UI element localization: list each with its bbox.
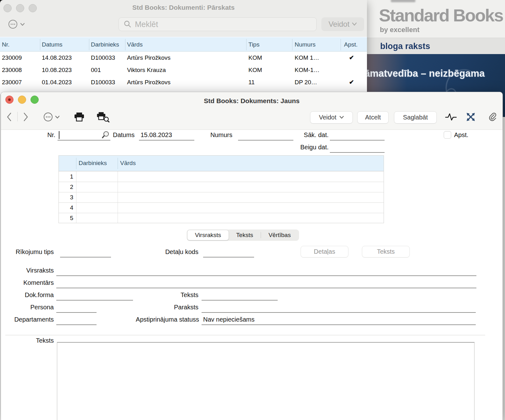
- virsraksts-label: Virsraksts: [1, 265, 54, 275]
- bottom-teksts-label: Teksts: [22, 335, 54, 345]
- forward-icon[interactable]: [22, 110, 29, 124]
- text-cursor: [59, 131, 59, 139]
- webpage-header: Standard Books by excellent: [367, 0, 505, 38]
- paraksts-label: Paraksts: [146, 302, 198, 312]
- column-header-vards[interactable]: Vārds: [127, 37, 143, 52]
- numurs-label: Numurs: [210, 130, 232, 140]
- window-dokumenti-parskats: Std Books: Dokumenti: Pārskats Meklēt Ve…: [0, 0, 367, 94]
- check-icon: [349, 64, 362, 76]
- column-header-apst[interactable]: Apst.: [344, 37, 358, 52]
- komentars-label: Komentārs: [1, 278, 54, 288]
- departaments-input[interactable]: [56, 314, 97, 325]
- tab-bar: Virsraksts Teksts Vērtības: [187, 229, 299, 241]
- bg-window-title: Std Books: Dokumenti: Pārskats: [0, 4, 367, 11]
- document-list: 230009 14.08.2023 D100033 Artūrs Pirožko…: [0, 52, 367, 94]
- column-header-nr[interactable]: Nr.: [2, 37, 9, 52]
- teksts-button[interactable]: Teksts: [362, 246, 410, 257]
- attachment-icon[interactable]: [488, 110, 497, 124]
- detalu-kods-input[interactable]: [203, 247, 254, 257]
- sak-dat-label: Sāk. dat.: [297, 130, 329, 140]
- grid-column-vards: Vārds: [120, 156, 136, 171]
- brand-tagline: by excellent: [380, 26, 419, 34]
- create-button-inactive[interactable]: Veidot: [321, 17, 364, 31]
- rikojumu-tips-input[interactable]: [60, 247, 111, 257]
- virsraksts-input[interactable]: [56, 265, 476, 276]
- apst-label: Apst.: [454, 130, 469, 140]
- grid-cell-vards[interactable]: [118, 171, 384, 223]
- cancel-button[interactable]: Atcelt: [357, 111, 389, 124]
- dok-forma-label: Dok.forma: [1, 290, 54, 300]
- tab-virsraksts[interactable]: Virsraksts: [187, 230, 229, 240]
- persona-input[interactable]: [56, 302, 97, 313]
- table-row[interactable]: 230009 14.08.2023 D100033 Artūrs Pirožko…: [0, 52, 367, 64]
- komentars-input[interactable]: [56, 278, 476, 288]
- column-header-datums[interactable]: Datums: [42, 37, 62, 52]
- numurs-input[interactable]: [238, 130, 293, 141]
- grid-row-number: 1: [59, 171, 76, 182]
- teksts-textarea[interactable]: [57, 342, 474, 420]
- dok-forma-input[interactable]: [56, 290, 133, 301]
- fg-window-title: Std Books: Dokuments: Jauns: [1, 97, 502, 105]
- sak-dat-input[interactable]: [330, 130, 385, 141]
- teksts-mid-label: Teksts: [146, 290, 198, 300]
- nav-item-bloga-raksts[interactable]: bloga raksts: [380, 41, 430, 51]
- column-header-numurs[interactable]: Numurs: [295, 37, 316, 52]
- detalu-kods-label: Detaļu kods: [146, 247, 198, 257]
- grid-row-number: 4: [59, 202, 76, 213]
- tab-vertibas[interactable]: Vērtības: [261, 230, 298, 240]
- activity-icon[interactable]: [445, 110, 457, 124]
- persona-label: Persona: [1, 302, 54, 312]
- bg-window-titlebar[interactable]: Std Books: Dokumenti: Pārskats: [0, 0, 367, 16]
- grid-cell-darbinieks[interactable]: [76, 171, 118, 223]
- apstiprinajuma-statuss-input[interactable]: Nav nepieciešams: [202, 314, 476, 325]
- datums-input[interactable]: 15.08.2023: [139, 130, 194, 141]
- table-row[interactable]: 230007 01.04.2023 D100033 Artūrs Pirožko…: [0, 76, 367, 88]
- apst-checkbox[interactable]: [444, 131, 451, 139]
- fg-window-titlebar[interactable]: Std Books: Dokuments: Jauns: [1, 92, 502, 107]
- apstiprinajuma-statuss-label: Apstiprinājuma statuss: [124, 314, 199, 324]
- column-header-darbinieks[interactable]: Darbinieks: [91, 37, 119, 52]
- grid-column-darbinieks: Darbinieks: [79, 156, 107, 171]
- chevron-down-icon: [352, 22, 357, 26]
- brand-logo: Standard Books: [379, 5, 503, 25]
- save-button[interactable]: Saglabāt: [394, 111, 437, 124]
- print-icon[interactable]: [73, 110, 85, 124]
- webpage-nav-bar: bloga raksts: [367, 38, 505, 54]
- hero-title: āmatvedība – neizbēgama: [367, 68, 485, 79]
- tab-teksts[interactable]: Teksts: [229, 230, 261, 240]
- employee-grid: Darbinieks Vārds 1 2 3 4 5: [58, 155, 384, 223]
- beigu-dat-input[interactable]: [330, 142, 385, 153]
- search-icon: [124, 20, 132, 28]
- expand-icon[interactable]: [466, 110, 476, 124]
- search-input[interactable]: Meklēt: [119, 17, 317, 31]
- search-placeholder: Meklēt: [135, 20, 158, 29]
- detalas-button[interactable]: Detaļas: [301, 246, 348, 257]
- toolbar-divider: [17, 112, 18, 121]
- more-options-icon[interactable]: [8, 19, 30, 30]
- teksts-mid-input[interactable]: [202, 290, 278, 301]
- beigu-dat-label: Beigu dat.: [295, 142, 329, 152]
- back-icon[interactable]: [6, 110, 13, 124]
- cropped-text-fragment: [391, 0, 415, 2]
- list-header-row: Nr. Datums Darbinieks Vārds Tips Numurs …: [0, 37, 367, 52]
- section-divider: [5, 335, 485, 335]
- create-button[interactable]: Veidot: [310, 111, 353, 124]
- check-icon: ✔: [349, 76, 362, 88]
- chevron-down-icon: [339, 116, 344, 119]
- rikojumu-tips-label: Rīkojumu tips: [1, 247, 54, 257]
- datums-label: Datums: [113, 130, 135, 140]
- departaments-label: Departaments: [1, 314, 54, 324]
- nr-label: Nr.: [30, 130, 55, 140]
- grid-row-number: 5: [59, 213, 76, 223]
- window-dokuments-jauns: Std Books: Dokuments: Jauns: [1, 92, 503, 420]
- paraksts-input[interactable]: [202, 302, 476, 313]
- more-options-icon[interactable]: [43, 110, 64, 124]
- grid-row-number: 2: [59, 182, 76, 192]
- check-icon: ✔: [349, 52, 362, 64]
- table-row[interactable]: 230008 10.08.2023 001 Viktors Krauza KOM…: [0, 64, 367, 76]
- print-preview-icon[interactable]: [96, 110, 110, 124]
- nr-input[interactable]: [58, 130, 110, 141]
- grid-row-number: 3: [59, 192, 76, 202]
- column-header-tips[interactable]: Tips: [248, 37, 259, 52]
- lookup-icon[interactable]: [101, 131, 110, 141]
